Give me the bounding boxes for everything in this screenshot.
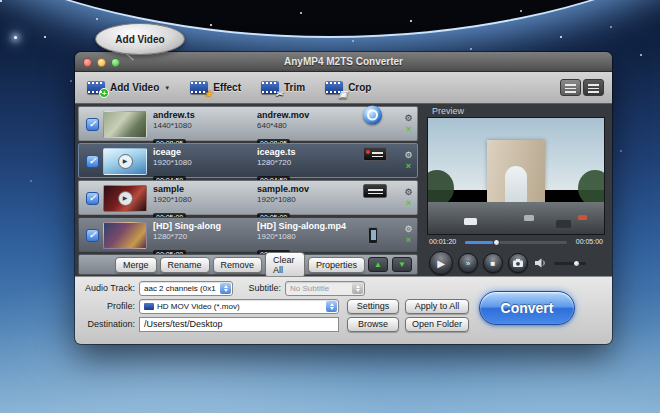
video-thumbnail xyxy=(103,222,147,249)
row-actions: ⚙ × xyxy=(401,107,416,140)
file-row-selected[interactable]: ✓ ▶ iceage 1920*1080 00:04:59 iceage.ts … xyxy=(78,143,418,178)
destination-input[interactable]: /Users/test/Desktop xyxy=(139,317,339,332)
gear-icon[interactable]: ⚙ xyxy=(404,225,412,234)
row-checkbox[interactable]: ✓ xyxy=(86,229,99,242)
clear-all-button[interactable]: Clear All xyxy=(265,252,305,278)
fast-forward-button[interactable]: » xyxy=(458,253,478,273)
detail-view-button[interactable] xyxy=(583,79,604,96)
profile-select[interactable]: HD MOV Video (*.mov) xyxy=(139,299,339,314)
remove-icon[interactable]: × xyxy=(406,162,411,170)
seek-knob[interactable] xyxy=(493,239,500,246)
play-button[interactable]: ▶ xyxy=(429,251,453,275)
convert-button[interactable]: Convert xyxy=(479,291,575,325)
output-resolution: 1920*1080 xyxy=(257,232,357,241)
titlebar[interactable]: AnyMP4 M2TS Converter xyxy=(75,52,612,72)
plus-icon: + xyxy=(99,88,109,98)
crop-label: Crop xyxy=(348,82,371,93)
preview-panel: Preview 00:01:20 00:05 xyxy=(424,104,608,276)
trim-button[interactable]: ✂ Trim xyxy=(261,81,305,94)
output-resolution: 1920*1080 xyxy=(257,195,357,204)
bright-star xyxy=(14,36,17,39)
gear-icon[interactable]: ⚙ xyxy=(404,151,412,160)
file-row[interactable]: ✓ ▶ sample 1920*1080 00:05:00 sample.mov… xyxy=(78,180,418,215)
video-thumbnail: ▶ xyxy=(103,148,147,175)
total-time: 00:05:00 xyxy=(576,238,603,245)
video-thumbnail xyxy=(103,111,147,138)
list-view-button[interactable] xyxy=(560,79,581,96)
gear-icon[interactable]: ⚙ xyxy=(404,188,412,197)
crop-button[interactable]: ▣ Crop xyxy=(325,81,371,94)
apply-to-all-button[interactable]: Apply to All xyxy=(405,299,469,314)
row-actions: ⚙ × xyxy=(401,181,416,214)
snapshot-button[interactable] xyxy=(508,253,528,273)
effect-button[interactable]: ★ Effect xyxy=(190,81,241,94)
move-down-button[interactable]: ▼ xyxy=(392,257,412,272)
effect-icon: ★ xyxy=(190,81,208,94)
seek-slider[interactable] xyxy=(465,241,567,244)
scissors-icon: ✂ xyxy=(275,90,283,98)
camera-icon xyxy=(513,259,523,267)
row-checkbox[interactable]: ✓ xyxy=(86,118,99,131)
browse-button[interactable]: Browse xyxy=(347,317,399,332)
callout-label: Add Video xyxy=(115,34,164,45)
output-name: sample.mov xyxy=(257,184,357,194)
merge-button[interactable]: Merge xyxy=(115,257,157,273)
remove-icon[interactable]: × xyxy=(406,199,411,207)
audio-track-label: Audio Track: xyxy=(77,281,135,296)
add-video-callout: Add Video xyxy=(95,23,185,55)
rename-button[interactable]: Rename xyxy=(160,257,210,273)
subtitle-value: No Subtitle xyxy=(290,284,329,293)
check-icon: ✓ xyxy=(89,193,97,203)
profile-value: HD MOV Video (*.mov) xyxy=(157,302,240,311)
source-name: sample xyxy=(153,184,253,194)
preview-video[interactable] xyxy=(427,117,605,235)
playback-controls: ▶ » ■ xyxy=(429,251,586,275)
source-name: iceage xyxy=(153,147,253,157)
check-icon: ✓ xyxy=(89,156,97,166)
row-checkbox[interactable]: ✓ xyxy=(86,192,99,205)
add-video-button[interactable]: + Add Video ▼ xyxy=(87,81,170,94)
starfield xyxy=(0,0,2,2)
output-name: andrew.mov xyxy=(257,110,357,120)
volume-slider[interactable] xyxy=(554,262,586,265)
trim-icon: ✂ xyxy=(261,81,279,94)
car xyxy=(464,218,477,225)
audio-track-select[interactable]: aac 2 channels (0x1 xyxy=(139,281,233,296)
car xyxy=(556,220,571,228)
subtitle-select[interactable]: No Subtitle xyxy=(285,281,365,296)
source-resolution: 1440*1080 xyxy=(153,121,253,130)
source-name: andrew.ts xyxy=(153,110,253,120)
combo-arrows-icon xyxy=(326,301,337,312)
file-row[interactable]: ✓ [HD] Sing-along 1280*720 00:05:00 [HD]… xyxy=(78,217,418,252)
source-resolution: 1280*720 xyxy=(153,232,253,241)
move-up-button[interactable]: ▲ xyxy=(368,257,388,272)
current-time: 00:01:20 xyxy=(429,238,456,245)
desktop-background: Add Video AnyMP4 M2TS Converter + Add Vi… xyxy=(0,0,660,413)
chevron-down-icon: ▼ xyxy=(164,85,170,91)
car xyxy=(524,215,534,221)
gear-icon[interactable]: ⚙ xyxy=(404,114,412,123)
settings-button[interactable]: Settings xyxy=(347,299,399,314)
volume-icon[interactable] xyxy=(535,254,546,272)
car xyxy=(578,215,587,220)
hd-device-icon xyxy=(363,184,387,198)
file-row[interactable]: ✓ andrew.ts 1440*1080 00:08:05 andrew.mo… xyxy=(78,106,418,141)
audio-track-value: aac 2 channels (0x1 xyxy=(144,284,216,293)
remove-icon[interactable]: × xyxy=(406,236,411,244)
arch-opening xyxy=(505,166,527,206)
row-checkbox[interactable]: ✓ xyxy=(86,155,99,168)
remove-icon[interactable]: × xyxy=(406,125,411,133)
output-resolution: 1280*720 xyxy=(257,158,357,167)
profile-format-icon xyxy=(144,303,154,310)
toolbar: + Add Video ▼ ★ Effect ✂ Trim ▣ xyxy=(75,72,612,104)
volume-knob[interactable] xyxy=(573,260,580,267)
arch-monument xyxy=(487,140,545,206)
play-overlay-icon: ▶ xyxy=(118,154,133,169)
stop-button[interactable]: ■ xyxy=(483,253,503,273)
output-name: iceage.ts xyxy=(257,147,357,157)
open-folder-button[interactable]: Open Folder xyxy=(405,317,469,332)
row-actions: ⚙ × xyxy=(401,218,416,251)
remove-button[interactable]: Remove xyxy=(213,257,263,273)
properties-button[interactable]: Properties xyxy=(308,257,365,273)
source-resolution: 1920*1080 xyxy=(153,158,253,167)
